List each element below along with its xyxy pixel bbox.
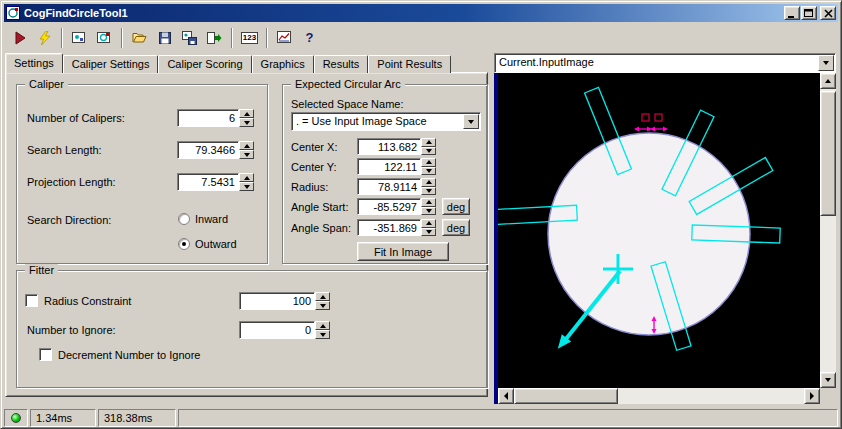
spin-up-button[interactable] [421, 198, 436, 207]
toolbar: 123 ? [4, 23, 838, 52]
center-x-input[interactable] [357, 138, 421, 155]
radius-constraint-spinner[interactable] [315, 292, 330, 310]
search-length-input[interactable] [177, 141, 239, 159]
inward-radio-label[interactable]: Inward [195, 213, 228, 225]
close-button[interactable] [820, 6, 836, 20]
angle-start-input[interactable] [357, 198, 421, 215]
display-input-image-button[interactable] [67, 25, 92, 50]
tab-caliper-scoring[interactable]: Caliper Scoring [158, 55, 251, 73]
search-length-spinner[interactable] [239, 141, 254, 159]
spin-up-icon [426, 180, 432, 184]
number-of-calipers-spinner[interactable] [239, 109, 254, 127]
decrement-number-label[interactable]: Decrement Number to Ignore [58, 349, 200, 361]
save-button[interactable] [152, 25, 177, 50]
decrement-number-checkbox[interactable] [39, 348, 52, 361]
center-x-spinner[interactable] [421, 138, 436, 155]
minimize-button[interactable] [784, 6, 800, 20]
scroll-up-button[interactable] [820, 73, 836, 89]
angle-span-input[interactable] [357, 219, 421, 236]
outward-radio-label[interactable]: Outward [195, 238, 237, 250]
horizontal-scrollbar[interactable] [498, 388, 820, 404]
scroll-left-button[interactable] [498, 388, 514, 404]
input-image-icon [72, 31, 87, 44]
maximize-button[interactable] [801, 6, 817, 20]
window-title: CogFindCircleTool1 [24, 7, 783, 19]
radius-spinner[interactable] [421, 178, 436, 195]
angle-start-spinner[interactable] [421, 198, 436, 215]
spin-up-button[interactable] [315, 321, 330, 330]
inward-radio[interactable] [178, 213, 190, 225]
save-image-button[interactable] [177, 25, 202, 50]
tab-graphics[interactable]: Graphics [252, 55, 314, 73]
spin-up-button[interactable] [421, 219, 436, 228]
angle-span-spinner[interactable] [421, 219, 436, 236]
spin-up-button[interactable] [421, 178, 436, 187]
spin-up-icon [426, 160, 432, 164]
spin-up-button[interactable] [239, 173, 254, 182]
projection-length-spinner[interactable] [239, 173, 254, 191]
angle-start-deg-button[interactable]: deg [442, 198, 470, 215]
spin-down-icon [426, 169, 432, 173]
combo-dropdown-button[interactable] [818, 55, 834, 71]
center-y-spinner[interactable] [421, 158, 436, 175]
vertical-scroll-thumb[interactable] [820, 91, 836, 216]
electric-run-button[interactable] [32, 25, 57, 50]
export-button[interactable] [202, 25, 227, 50]
numeric-results-button[interactable]: 123 [237, 25, 262, 50]
help-button[interactable]: ? [297, 25, 322, 50]
image-source-select[interactable]: Current.InputImage [494, 53, 836, 73]
number-of-calipers-input[interactable] [177, 109, 239, 127]
spin-down-button[interactable] [421, 187, 436, 196]
save-image-icon [182, 31, 197, 45]
spin-down-button[interactable] [315, 330, 330, 339]
radius-constraint-checkbox[interactable] [25, 294, 38, 307]
spin-down-icon [244, 185, 250, 189]
image-display[interactable] [498, 73, 820, 388]
spin-up-icon [320, 324, 326, 328]
caliper-groupbox: Caliper Number of Calipers: Search Lengt… [16, 84, 268, 264]
fit-in-image-button[interactable]: Fit In Image [357, 242, 449, 261]
spin-up-button[interactable] [239, 109, 254, 118]
spin-down-button[interactable] [239, 118, 254, 127]
horizontal-scroll-thumb[interactable] [514, 388, 618, 404]
image-display-panel [494, 73, 836, 404]
number-to-ignore-input[interactable] [239, 321, 315, 339]
chart-button[interactable] [272, 25, 297, 50]
spin-up-button[interactable] [315, 292, 330, 301]
outward-radio[interactable] [178, 238, 190, 250]
tab-results[interactable]: Results [314, 55, 369, 73]
spin-up-button[interactable] [421, 158, 436, 167]
scroll-right-button[interactable] [804, 388, 820, 404]
combo-dropdown-button[interactable] [463, 114, 479, 129]
spin-down-button[interactable] [239, 182, 254, 191]
selected-space-name-label: Selected Space Name: [291, 98, 404, 110]
spin-down-button[interactable] [421, 207, 436, 216]
spin-down-button[interactable] [421, 147, 436, 156]
open-button[interactable] [127, 25, 152, 50]
center-y-label: Center Y: [291, 161, 337, 173]
center-x-label: Center X: [291, 141, 337, 153]
spin-down-button[interactable] [421, 228, 436, 237]
number-to-ignore-spinner[interactable] [315, 321, 330, 339]
title-bar[interactable]: CogFindCircleTool1 [4, 4, 838, 22]
scroll-down-button[interactable] [820, 372, 836, 388]
display-result-image-button[interactable] [92, 25, 117, 50]
tab-caliper-settings[interactable]: Caliper Settings [63, 55, 159, 73]
spin-down-button[interactable] [315, 301, 330, 310]
radius-constraint-input[interactable] [239, 292, 315, 310]
selected-space-select[interactable]: . = Use Input Image Space [291, 112, 481, 131]
tab-settings[interactable]: Settings [5, 53, 63, 73]
spin-down-button[interactable] [239, 150, 254, 159]
radius-constraint-label[interactable]: Radius Constraint [44, 295, 131, 307]
tab-point-results[interactable]: Point Results [368, 55, 451, 73]
vertical-scrollbar[interactable] [820, 73, 836, 388]
expected-arc-group-title: Expected Circular Arc [291, 78, 405, 90]
spin-up-button[interactable] [421, 138, 436, 147]
projection-length-input[interactable] [177, 173, 239, 191]
angle-span-deg-button[interactable]: deg [442, 219, 470, 236]
run-button[interactable] [7, 25, 32, 50]
center-y-input[interactable] [357, 158, 421, 175]
radius-input[interactable] [357, 178, 421, 195]
spin-down-button[interactable] [421, 167, 436, 176]
spin-up-button[interactable] [239, 141, 254, 150]
